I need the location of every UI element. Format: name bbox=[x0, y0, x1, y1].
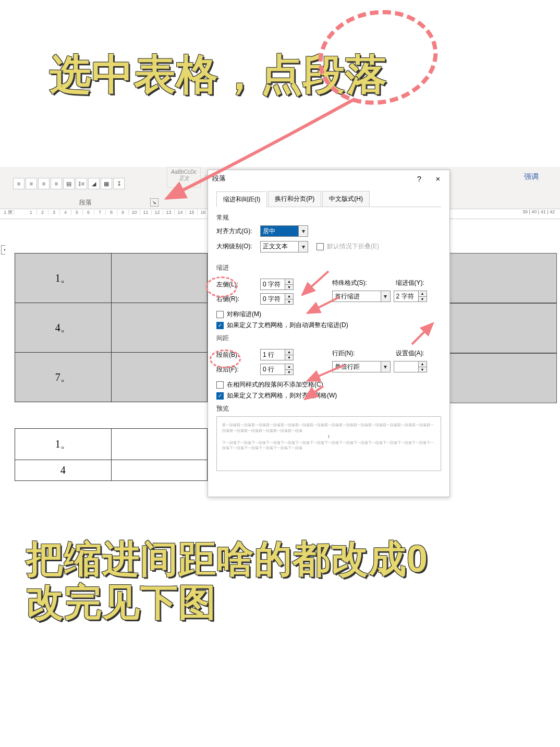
table-cell[interactable] bbox=[111, 303, 208, 353]
preview-text: 前一段落前一段落前一段落前一段落前一段落前一段落前一段落前一段落前一段落前一段落… bbox=[222, 423, 435, 433]
table-cell[interactable]: 1。 bbox=[15, 254, 112, 303]
before-value: 1 行 bbox=[263, 351, 274, 359]
right-indent-value: 0 字符 bbox=[263, 295, 281, 304]
no-space-label: 在相同样式的段落间不添加空格(C) bbox=[227, 380, 323, 389]
tab-line-page-breaks[interactable]: 换行和分页(P) bbox=[268, 191, 321, 207]
table-row[interactable]: 1。 bbox=[15, 254, 208, 303]
paragraph-dialog-launcher[interactable]: ↘ bbox=[150, 198, 159, 207]
general-heading: 常规 bbox=[216, 213, 441, 222]
special-indent-combo[interactable]: 首行缩进 ▾ bbox=[332, 291, 391, 302]
dialog-title: 段落 bbox=[212, 174, 226, 183]
table-row[interactable]: 4 bbox=[15, 460, 208, 481]
paragraph-dialog: 段落 ? × 缩进和间距(I) 换行和分页(P) 中文版式(H) 常规 对齐方式… bbox=[208, 170, 450, 497]
distribute-button[interactable]: ▤ bbox=[63, 178, 75, 189]
after-value: 0 行 bbox=[263, 365, 274, 374]
spin-up-icon[interactable]: ▲ bbox=[285, 279, 293, 285]
document-canvas[interactable]: 1。 4。 7。 1。 4 bbox=[5, 227, 206, 498]
after-spinner[interactable]: 0 行 ▲▼ bbox=[260, 364, 294, 375]
indent-heading: 缩进 bbox=[216, 263, 441, 272]
table-row[interactable]: 1。 bbox=[15, 429, 208, 460]
chevron-down-icon[interactable]: ▾ bbox=[298, 242, 308, 252]
spin-down-icon[interactable]: ▼ bbox=[285, 370, 293, 375]
line-spacing-button[interactable]: ‡≡ bbox=[76, 178, 87, 189]
close-button[interactable]: × bbox=[431, 174, 445, 183]
align-justify-button[interactable]: ≡ bbox=[51, 178, 62, 189]
help-button[interactable]: ? bbox=[412, 174, 427, 183]
spin-up-icon[interactable]: ▲ bbox=[419, 362, 427, 367]
borders-button[interactable]: ▦ bbox=[101, 178, 112, 189]
annotation-bottom-line2: 改完见下图 bbox=[26, 581, 428, 624]
outline-label: 大纲级别(O): bbox=[216, 242, 257, 251]
alignment-combo[interactable]: 居中 ▾ bbox=[260, 225, 308, 237]
table-cell[interactable] bbox=[111, 353, 208, 402]
collapse-label: 默认情况下折叠(E) bbox=[327, 242, 379, 251]
second-table[interactable]: 1。 4 bbox=[15, 428, 208, 481]
spin-down-icon[interactable]: ▼ bbox=[285, 285, 293, 290]
outline-value: 正文文本 bbox=[263, 242, 288, 251]
selected-table[interactable]: 1。 4。 7。 bbox=[15, 253, 208, 402]
align-left-button[interactable]: ≡ bbox=[13, 178, 25, 189]
alignment-value: 居中 bbox=[263, 227, 275, 236]
table-right-edge bbox=[447, 253, 557, 403]
alignment-label: 对齐方式(G): bbox=[216, 227, 257, 236]
auto-adjust-checkbox[interactable]: ✓ bbox=[216, 322, 224, 329]
special-indent-value: 首行缩进 bbox=[335, 292, 360, 301]
mirror-indent-label: 对称缩进(M) bbox=[227, 310, 261, 319]
spin-down-icon[interactable]: ▼ bbox=[419, 297, 427, 302]
table-cell[interactable]: 7。 bbox=[15, 353, 112, 402]
spin-up-icon[interactable]: ▲ bbox=[285, 294, 293, 299]
annotation-highlight-spacing bbox=[210, 350, 241, 368]
tab-asian-typography[interactable]: 中文版式(H) bbox=[322, 191, 370, 207]
table-cell[interactable] bbox=[111, 460, 208, 481]
collapse-checkbox bbox=[316, 243, 324, 250]
mirror-indent-checkbox[interactable] bbox=[216, 311, 224, 318]
chevron-down-icon[interactable]: ▾ bbox=[381, 291, 390, 302]
tab-indent-spacing[interactable]: 缩进和间距(I) bbox=[216, 191, 267, 207]
preview-pane: 前一段落前一段落前一段落前一段落前一段落前一段落前一段落前一段落前一段落前一段落… bbox=[216, 416, 441, 471]
spin-up-icon[interactable]: ▲ bbox=[285, 350, 293, 355]
preview-text: 下一段落下一段落下一段落下一段落下一段落下一段落下一段落下一段落下一段落下一段落… bbox=[222, 440, 435, 451]
table-row[interactable]: 4。 bbox=[15, 303, 208, 353]
at-spinner[interactable]: ▲▼ bbox=[394, 361, 427, 372]
align-center-button[interactable]: ≡ bbox=[26, 178, 37, 189]
linespacing-combo[interactable]: 单倍行距 ▾ bbox=[332, 361, 391, 372]
spin-down-icon[interactable]: ▼ bbox=[285, 355, 293, 360]
preview-sample: 1 bbox=[222, 434, 435, 440]
table-cell[interactable]: 1。 bbox=[15, 429, 112, 460]
dialog-titlebar[interactable]: 段落 ? × bbox=[208, 170, 449, 187]
sort-button[interactable]: ↧ bbox=[113, 178, 125, 189]
table-cell[interactable]: 4 bbox=[15, 460, 112, 481]
paragraph-group-label: 段落 bbox=[13, 198, 158, 207]
annotation-bottom: 把缩进间距啥的都改成0 改完见下图 bbox=[26, 537, 428, 624]
before-spinner[interactable]: 1 行 ▲▼ bbox=[260, 349, 294, 360]
special-indent-label: 特殊格式(S): bbox=[332, 279, 369, 287]
table-cell[interactable] bbox=[111, 254, 208, 303]
right-indent-spinner[interactable]: 0 字符 ▲▼ bbox=[260, 293, 294, 305]
spin-down-icon[interactable]: ▼ bbox=[285, 299, 293, 305]
outline-combo[interactable]: 正文文本 ▾ bbox=[260, 241, 308, 252]
shading-button[interactable]: ◢ bbox=[88, 178, 100, 189]
annotation-highlight-indent bbox=[206, 276, 237, 297]
spin-down-icon[interactable]: ▼ bbox=[419, 367, 427, 372]
table-cell[interactable]: 4。 bbox=[15, 303, 112, 353]
chevron-down-icon[interactable]: ▾ bbox=[298, 226, 308, 236]
no-space-checkbox[interactable] bbox=[216, 381, 224, 389]
spacing-heading: 间距 bbox=[216, 334, 441, 343]
left-indent-spinner[interactable]: 0 字符 ▲▼ bbox=[260, 279, 294, 290]
align-right-button[interactable]: ≡ bbox=[38, 178, 50, 189]
at-label: 设置值(A): bbox=[396, 349, 429, 358]
spin-up-icon[interactable]: ▲ bbox=[419, 291, 427, 297]
by-value: 2 字符 bbox=[396, 292, 414, 301]
linespacing-label: 行距(N): bbox=[332, 349, 361, 358]
style-item[interactable]: AaBbCcDc正文 bbox=[167, 167, 201, 188]
chevron-down-icon[interactable]: ▾ bbox=[381, 362, 390, 372]
dialog-tabs: 缩进和间距(I) 换行和分页(P) 中文版式(H) bbox=[216, 191, 441, 207]
snap-grid-label: 如果定义了文档网格，则对齐到网格(W) bbox=[227, 391, 337, 400]
spin-up-icon[interactable]: ▲ bbox=[285, 364, 293, 370]
emphasis-style[interactable]: 强调 bbox=[516, 172, 547, 182]
by-spinner[interactable]: 2 字符 ▲▼ bbox=[394, 291, 427, 302]
by-label: 缩进值(Y): bbox=[396, 279, 429, 287]
table-row[interactable]: 7。 bbox=[15, 353, 208, 402]
table-cell[interactable] bbox=[111, 429, 208, 460]
snap-grid-checkbox[interactable]: ✓ bbox=[216, 392, 224, 400]
